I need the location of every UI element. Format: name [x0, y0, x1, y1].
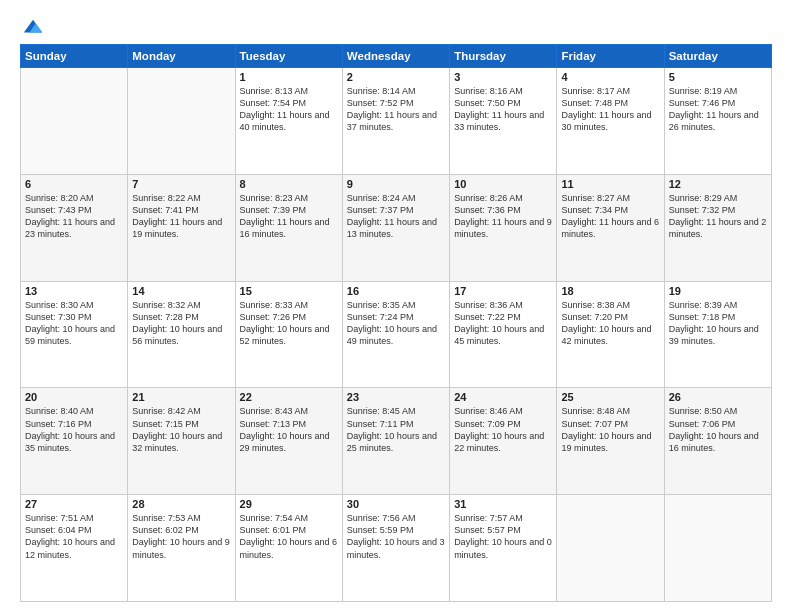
calendar-cell: 21Sunrise: 8:42 AM Sunset: 7:15 PM Dayli… — [128, 388, 235, 495]
day-number: 26 — [669, 391, 767, 403]
calendar-cell — [128, 68, 235, 175]
day-number: 10 — [454, 178, 552, 190]
day-number: 17 — [454, 285, 552, 297]
day-number: 22 — [240, 391, 338, 403]
day-number: 29 — [240, 498, 338, 510]
page: SundayMondayTuesdayWednesdayThursdayFrid… — [0, 0, 792, 612]
calendar-cell: 24Sunrise: 8:46 AM Sunset: 7:09 PM Dayli… — [450, 388, 557, 495]
calendar-cell: 23Sunrise: 8:45 AM Sunset: 7:11 PM Dayli… — [342, 388, 449, 495]
day-info: Sunrise: 8:27 AM Sunset: 7:34 PM Dayligh… — [561, 192, 659, 241]
day-info: Sunrise: 8:26 AM Sunset: 7:36 PM Dayligh… — [454, 192, 552, 241]
day-info: Sunrise: 8:39 AM Sunset: 7:18 PM Dayligh… — [669, 299, 767, 348]
day-number: 13 — [25, 285, 123, 297]
day-info: Sunrise: 8:38 AM Sunset: 7:20 PM Dayligh… — [561, 299, 659, 348]
day-info: Sunrise: 7:56 AM Sunset: 5:59 PM Dayligh… — [347, 512, 445, 561]
calendar-cell: 12Sunrise: 8:29 AM Sunset: 7:32 PM Dayli… — [664, 174, 771, 281]
day-info: Sunrise: 7:51 AM Sunset: 6:04 PM Dayligh… — [25, 512, 123, 561]
logo-icon — [22, 16, 44, 38]
day-number: 7 — [132, 178, 230, 190]
day-info: Sunrise: 8:22 AM Sunset: 7:41 PM Dayligh… — [132, 192, 230, 241]
day-number: 15 — [240, 285, 338, 297]
day-number: 27 — [25, 498, 123, 510]
day-info: Sunrise: 8:45 AM Sunset: 7:11 PM Dayligh… — [347, 405, 445, 454]
logo — [20, 16, 44, 34]
day-number: 16 — [347, 285, 445, 297]
day-info: Sunrise: 8:43 AM Sunset: 7:13 PM Dayligh… — [240, 405, 338, 454]
calendar-cell: 15Sunrise: 8:33 AM Sunset: 7:26 PM Dayli… — [235, 281, 342, 388]
day-number: 20 — [25, 391, 123, 403]
header — [20, 16, 772, 34]
calendar-header-thursday: Thursday — [450, 45, 557, 68]
day-number: 6 — [25, 178, 123, 190]
day-info: Sunrise: 7:54 AM Sunset: 6:01 PM Dayligh… — [240, 512, 338, 561]
calendar-week-4: 20Sunrise: 8:40 AM Sunset: 7:16 PM Dayli… — [21, 388, 772, 495]
calendar-cell: 22Sunrise: 8:43 AM Sunset: 7:13 PM Dayli… — [235, 388, 342, 495]
day-number: 5 — [669, 71, 767, 83]
day-number: 11 — [561, 178, 659, 190]
calendar-cell: 4Sunrise: 8:17 AM Sunset: 7:48 PM Daylig… — [557, 68, 664, 175]
day-info: Sunrise: 8:14 AM Sunset: 7:52 PM Dayligh… — [347, 85, 445, 134]
calendar-cell: 20Sunrise: 8:40 AM Sunset: 7:16 PM Dayli… — [21, 388, 128, 495]
day-info: Sunrise: 8:19 AM Sunset: 7:46 PM Dayligh… — [669, 85, 767, 134]
day-info: Sunrise: 8:23 AM Sunset: 7:39 PM Dayligh… — [240, 192, 338, 241]
calendar-week-1: 1Sunrise: 8:13 AM Sunset: 7:54 PM Daylig… — [21, 68, 772, 175]
calendar-cell: 31Sunrise: 7:57 AM Sunset: 5:57 PM Dayli… — [450, 495, 557, 602]
day-info: Sunrise: 8:17 AM Sunset: 7:48 PM Dayligh… — [561, 85, 659, 134]
calendar-table: SundayMondayTuesdayWednesdayThursdayFrid… — [20, 44, 772, 602]
calendar-cell: 18Sunrise: 8:38 AM Sunset: 7:20 PM Dayli… — [557, 281, 664, 388]
day-info: Sunrise: 8:36 AM Sunset: 7:22 PM Dayligh… — [454, 299, 552, 348]
calendar-header-row: SundayMondayTuesdayWednesdayThursdayFrid… — [21, 45, 772, 68]
day-info: Sunrise: 7:53 AM Sunset: 6:02 PM Dayligh… — [132, 512, 230, 561]
day-number: 3 — [454, 71, 552, 83]
day-number: 18 — [561, 285, 659, 297]
calendar-cell: 17Sunrise: 8:36 AM Sunset: 7:22 PM Dayli… — [450, 281, 557, 388]
calendar-cell: 11Sunrise: 8:27 AM Sunset: 7:34 PM Dayli… — [557, 174, 664, 281]
day-number: 1 — [240, 71, 338, 83]
calendar-header-tuesday: Tuesday — [235, 45, 342, 68]
calendar-header-saturday: Saturday — [664, 45, 771, 68]
day-number: 14 — [132, 285, 230, 297]
day-info: Sunrise: 8:24 AM Sunset: 7:37 PM Dayligh… — [347, 192, 445, 241]
calendar-cell: 9Sunrise: 8:24 AM Sunset: 7:37 PM Daylig… — [342, 174, 449, 281]
day-number: 24 — [454, 391, 552, 403]
calendar-cell: 5Sunrise: 8:19 AM Sunset: 7:46 PM Daylig… — [664, 68, 771, 175]
day-number: 21 — [132, 391, 230, 403]
day-number: 19 — [669, 285, 767, 297]
day-number: 31 — [454, 498, 552, 510]
day-number: 12 — [669, 178, 767, 190]
calendar-cell: 28Sunrise: 7:53 AM Sunset: 6:02 PM Dayli… — [128, 495, 235, 602]
day-info: Sunrise: 8:16 AM Sunset: 7:50 PM Dayligh… — [454, 85, 552, 134]
calendar-cell: 16Sunrise: 8:35 AM Sunset: 7:24 PM Dayli… — [342, 281, 449, 388]
day-info: Sunrise: 8:32 AM Sunset: 7:28 PM Dayligh… — [132, 299, 230, 348]
calendar-cell: 8Sunrise: 8:23 AM Sunset: 7:39 PM Daylig… — [235, 174, 342, 281]
day-number: 2 — [347, 71, 445, 83]
day-number: 9 — [347, 178, 445, 190]
calendar-cell: 25Sunrise: 8:48 AM Sunset: 7:07 PM Dayli… — [557, 388, 664, 495]
calendar-cell: 13Sunrise: 8:30 AM Sunset: 7:30 PM Dayli… — [21, 281, 128, 388]
calendar-week-3: 13Sunrise: 8:30 AM Sunset: 7:30 PM Dayli… — [21, 281, 772, 388]
calendar-cell: 2Sunrise: 8:14 AM Sunset: 7:52 PM Daylig… — [342, 68, 449, 175]
calendar-cell — [664, 495, 771, 602]
calendar-cell: 27Sunrise: 7:51 AM Sunset: 6:04 PM Dayli… — [21, 495, 128, 602]
day-info: Sunrise: 8:29 AM Sunset: 7:32 PM Dayligh… — [669, 192, 767, 241]
calendar-cell: 30Sunrise: 7:56 AM Sunset: 5:59 PM Dayli… — [342, 495, 449, 602]
calendar-header-wednesday: Wednesday — [342, 45, 449, 68]
calendar-week-5: 27Sunrise: 7:51 AM Sunset: 6:04 PM Dayli… — [21, 495, 772, 602]
calendar-cell: 19Sunrise: 8:39 AM Sunset: 7:18 PM Dayli… — [664, 281, 771, 388]
calendar-cell: 6Sunrise: 8:20 AM Sunset: 7:43 PM Daylig… — [21, 174, 128, 281]
day-info: Sunrise: 8:33 AM Sunset: 7:26 PM Dayligh… — [240, 299, 338, 348]
calendar-cell — [21, 68, 128, 175]
day-info: Sunrise: 8:30 AM Sunset: 7:30 PM Dayligh… — [25, 299, 123, 348]
day-number: 25 — [561, 391, 659, 403]
day-number: 28 — [132, 498, 230, 510]
calendar-cell: 1Sunrise: 8:13 AM Sunset: 7:54 PM Daylig… — [235, 68, 342, 175]
calendar-cell: 14Sunrise: 8:32 AM Sunset: 7:28 PM Dayli… — [128, 281, 235, 388]
day-number: 4 — [561, 71, 659, 83]
calendar-cell: 10Sunrise: 8:26 AM Sunset: 7:36 PM Dayli… — [450, 174, 557, 281]
day-number: 23 — [347, 391, 445, 403]
day-info: Sunrise: 8:50 AM Sunset: 7:06 PM Dayligh… — [669, 405, 767, 454]
calendar-header-monday: Monday — [128, 45, 235, 68]
day-info: Sunrise: 7:57 AM Sunset: 5:57 PM Dayligh… — [454, 512, 552, 561]
day-info: Sunrise: 8:40 AM Sunset: 7:16 PM Dayligh… — [25, 405, 123, 454]
day-info: Sunrise: 8:48 AM Sunset: 7:07 PM Dayligh… — [561, 405, 659, 454]
